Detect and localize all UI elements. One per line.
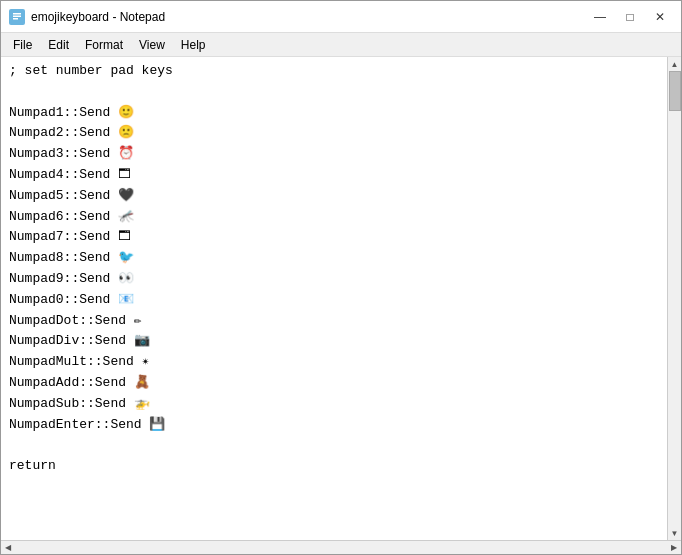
window-title: emojikeyboard - Notepad	[31, 10, 165, 24]
svg-rect-2	[13, 15, 21, 17]
content-area: ; set number pad keys Numpad1::Send 🙂 Nu…	[1, 57, 681, 540]
minimize-button[interactable]: —	[587, 8, 613, 26]
scroll-left-arrow[interactable]: ◀	[1, 541, 15, 555]
title-bar-left: emojikeyboard - Notepad	[9, 9, 165, 25]
svg-rect-3	[13, 18, 18, 20]
window-controls: — □ ✕	[587, 8, 673, 26]
scroll-right-arrow[interactable]: ▶	[667, 541, 681, 555]
title-bar: emojikeyboard - Notepad — □ ✕	[1, 1, 681, 33]
scroll-thumb[interactable]	[669, 71, 681, 111]
scroll-down-arrow[interactable]: ▼	[668, 526, 682, 540]
svg-rect-1	[13, 13, 21, 15]
menu-format[interactable]: Format	[77, 36, 131, 54]
maximize-button[interactable]: □	[617, 8, 643, 26]
vertical-scrollbar[interactable]: ▲ ▼	[667, 57, 681, 540]
menu-bar: File Edit Format View Help	[1, 33, 681, 57]
menu-edit[interactable]: Edit	[40, 36, 77, 54]
menu-view[interactable]: View	[131, 36, 173, 54]
close-button[interactable]: ✕	[647, 8, 673, 26]
menu-help[interactable]: Help	[173, 36, 214, 54]
main-window: emojikeyboard - Notepad — □ ✕ File Edit …	[0, 0, 682, 555]
scroll-track	[668, 71, 681, 526]
app-icon	[9, 9, 25, 25]
horizontal-scrollbar[interactable]: ◀ ▶	[1, 540, 681, 554]
menu-file[interactable]: File	[5, 36, 40, 54]
text-editor[interactable]: ; set number pad keys Numpad1::Send 🙂 Nu…	[1, 57, 667, 540]
scroll-up-arrow[interactable]: ▲	[668, 57, 682, 71]
